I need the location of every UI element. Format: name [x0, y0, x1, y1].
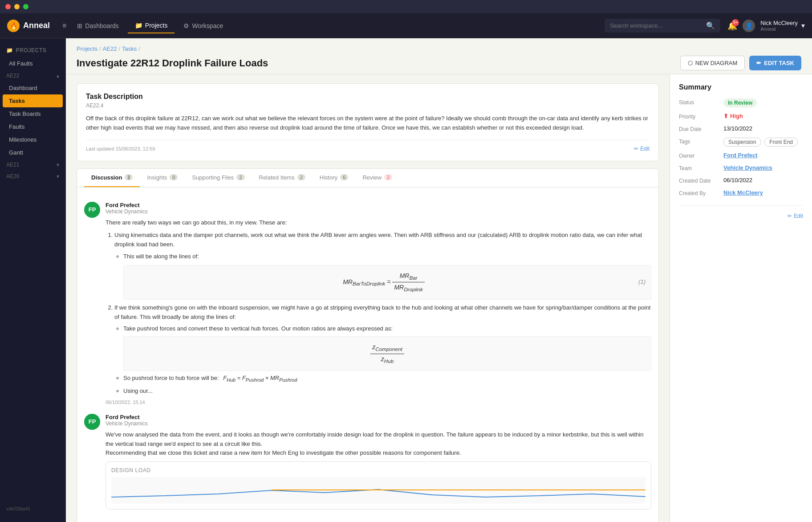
summary-value-created-by: Nick McCleery: [723, 189, 803, 196]
discussion-content-2: Ford Prefect Vehicle Dynamics We've now …: [106, 414, 651, 510]
discussion-item-2: FP Ford Prefect Vehicle Dynamics We've n…: [84, 414, 651, 510]
new-diagram-button[interactable]: ⬡ NEW DIAGRAM: [680, 56, 745, 70]
discussion-text-intro: There are really two ways we can go abou…: [106, 218, 651, 228]
sidebar-item-faults[interactable]: Faults: [3, 120, 63, 133]
priority-icon: ⬆: [723, 113, 728, 119]
summary-value-status: In Review: [723, 98, 803, 107]
tab-review[interactable]: Review 2: [355, 169, 399, 187]
breadcrumb: Projects / AE22 / Tasks /: [77, 45, 801, 52]
topnav-right: 🔔 9+ 👤 Nick McCleery Anneal ▾: [727, 20, 805, 32]
breadcrumb-ae22[interactable]: AE22: [103, 45, 117, 52]
sidebar-bottom: vde33ba41: [0, 501, 65, 517]
maximize-btn[interactable]: [23, 4, 28, 9]
folder-small-icon: 📁: [6, 47, 13, 53]
tab-supporting-files-count: 2: [236, 174, 244, 180]
user-name: Nick McCleery: [760, 20, 798, 27]
tab-related-items[interactable]: Related Items 2: [252, 169, 313, 187]
tab-insights[interactable]: Insights 0: [140, 169, 185, 187]
sidebar-item-all-faults[interactable]: All Faults: [3, 57, 63, 70]
edit-icon: ✏: [756, 60, 761, 66]
sidebar-item-tasks[interactable]: Tasks: [3, 94, 63, 107]
titlebar: [0, 0, 812, 13]
created-by-link[interactable]: Nick McCleery: [723, 189, 763, 196]
sidebar-group-ae22[interactable]: AE22 ▴: [0, 70, 65, 82]
breadcrumb-sep3: /: [138, 45, 140, 52]
sidebar-item-milestones[interactable]: Milestones: [3, 133, 63, 146]
nav-links: ⊞ Dashboards 📁 Projects ⚙ Workspace: [70, 18, 605, 33]
summary-value-tags: Suspension Front End: [723, 138, 803, 147]
discussion-content-1: Ford Prefect Vehicle Dynamics There are …: [106, 202, 651, 405]
grid-icon: ⊞: [77, 22, 82, 29]
list-item-1: Using kinematics data and the damper pot…: [114, 231, 651, 299]
tab-insights-count: 0: [170, 174, 178, 180]
summary-row-due-date: Due Date 13/10/2022: [679, 125, 803, 132]
tag-front-end: Front End: [764, 138, 798, 147]
formula-2: zComponent zHub: [123, 336, 651, 371]
task-card-edit-link[interactable]: ✏ Edit: [634, 146, 650, 152]
summary-row-owner: Owner Ford Prefect: [679, 152, 803, 159]
menu-toggle-button[interactable]: ≡: [59, 18, 70, 33]
sidebar-group-ae20[interactable]: AE20 ▾: [0, 171, 65, 182]
avatar-2: FP: [84, 414, 100, 430]
nav-projects[interactable]: 📁 Projects: [128, 18, 175, 33]
gear-icon: ⚙: [183, 22, 189, 29]
top-nav: 🔥 Anneal ≡ ⊞ Dashboards 📁 Projects ⚙ Wor…: [0, 13, 812, 38]
logo[interactable]: 🔥 Anneal: [7, 20, 50, 32]
summary-title: Summary: [679, 83, 803, 91]
team-2: Vehicle Dynamics: [106, 420, 651, 427]
tabs: Discussion 2 Insights 0 Supporting Files…: [77, 169, 658, 188]
summary-label-created-by: Created By: [679, 189, 723, 196]
chart-line-design-load: [272, 489, 646, 490]
task-card-footer: Last updated 15/08/2023, 12:59 ✏ Edit: [86, 140, 650, 152]
tab-history[interactable]: History 6: [313, 169, 356, 187]
sidebar: 📁 PROJECTS All Faults AE22 ▴ Dashboard T…: [0, 38, 66, 522]
breadcrumb-projects[interactable]: Projects: [77, 45, 97, 52]
timestamp-1: 06/10/2022, 15:14: [106, 400, 651, 405]
tab-discussion[interactable]: Discussion 2: [84, 169, 140, 187]
summary-label-created-date: Created Date: [679, 177, 723, 184]
main-panel: Task Description AE22.4 Off the back of …: [66, 74, 670, 522]
priority-badge: ⬆ High: [723, 113, 803, 119]
logo-text: Anneal: [23, 21, 50, 30]
discussion-text-2: We've now analysed the data from the eve…: [106, 430, 651, 458]
user-avatar: 👤: [743, 20, 755, 32]
formula-number-1: (1): [638, 277, 646, 287]
team-link[interactable]: Vehicle Dynamics: [723, 164, 772, 171]
close-btn[interactable]: [5, 4, 11, 9]
summary-label-due-date: Due Date: [679, 125, 723, 132]
task-card-id: AE22.4: [86, 102, 650, 109]
tab-supporting-files[interactable]: Supporting Files 2: [185, 169, 252, 187]
chevron-up-icon: ▴: [57, 73, 59, 79]
search-icon: 🔍: [706, 21, 715, 30]
chevron-down-ae20-icon: ▾: [57, 173, 59, 179]
avatar-1: FP: [84, 202, 100, 218]
sidebar-item-task-boards[interactable]: Task Boards: [3, 107, 63, 120]
minimize-btn[interactable]: [14, 4, 20, 9]
nav-dashboards[interactable]: ⊞ Dashboards: [70, 19, 126, 33]
list-subitem-2c: Using our...: [123, 387, 651, 396]
tabs-container: Discussion 2 Insights 0 Supporting Files…: [77, 168, 659, 522]
content-area: Projects / AE22 / Tasks / Investigate 22…: [66, 38, 812, 522]
content-header: Projects / AE22 / Tasks / Investigate 22…: [66, 38, 812, 74]
owner-link[interactable]: Ford Prefect: [723, 152, 758, 159]
page-title: Investigate 22R12 Droplink Failure Loads: [77, 57, 268, 69]
summary-edit-link[interactable]: ✏ Edit: [788, 213, 803, 219]
last-updated: Last updated 15/08/2023, 12:59: [86, 146, 155, 151]
search-bar[interactable]: 🔍: [605, 19, 720, 33]
summary-row-tags: Tags Suspension Front End: [679, 138, 803, 147]
list-item-2: If we think something's gone on with the…: [114, 303, 651, 396]
notifications-button[interactable]: 🔔 9+: [727, 21, 737, 31]
edit-task-button[interactable]: ✏ EDIT TASK: [749, 56, 801, 70]
user-info[interactable]: Nick McCleery Anneal ▾: [760, 20, 805, 32]
nav-workspace[interactable]: ⚙ Workspace: [176, 19, 230, 33]
sidebar-group-ae21[interactable]: AE21 ▾: [0, 159, 65, 171]
breadcrumb-tasks[interactable]: Tasks: [122, 45, 137, 52]
search-input[interactable]: [610, 22, 702, 29]
list-subitem-1: This will be along the lines of: MRBarTo…: [123, 252, 651, 300]
summary-label-owner: Owner: [679, 152, 723, 159]
sidebar-item-gantt[interactable]: Gantt: [3, 146, 63, 159]
list-subitem-2b: So pushrod force to hub force will be: F…: [123, 374, 651, 384]
tag-suspension: Suspension: [723, 138, 761, 147]
task-card-description: Off the back of this droplink failure at…: [86, 114, 650, 133]
sidebar-item-dashboard[interactable]: Dashboard: [3, 82, 63, 94]
